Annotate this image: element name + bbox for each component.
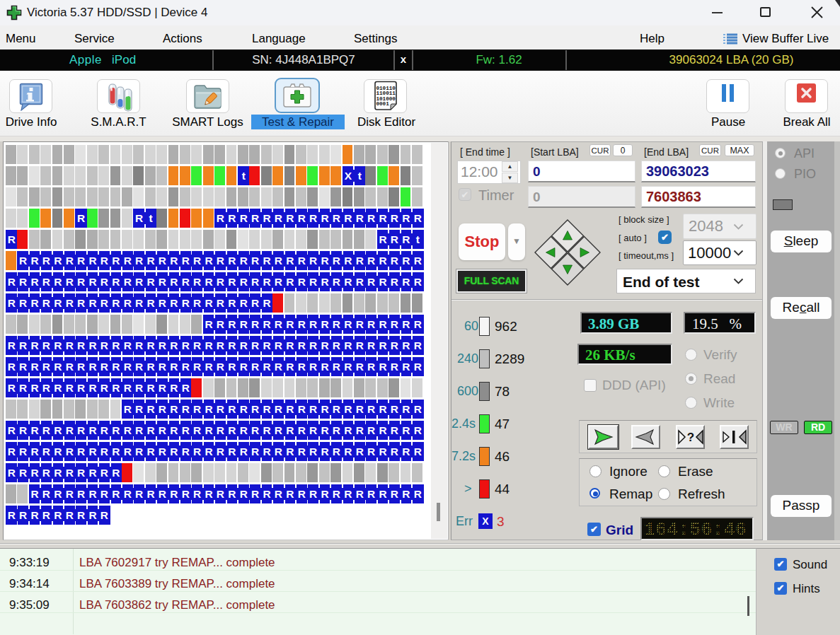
svg-text:?: ? xyxy=(687,431,694,444)
svg-text:0001: 0001 xyxy=(376,101,390,107)
